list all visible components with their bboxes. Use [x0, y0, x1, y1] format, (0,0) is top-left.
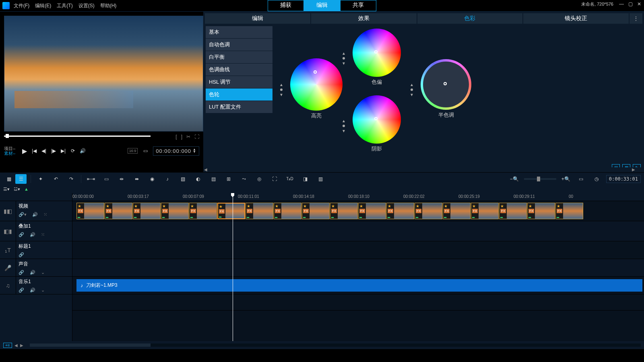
- timeline-tracks[interactable]: 00:00:00:0000:00:03:1700:00:07:0900:00:1…: [72, 193, 644, 341]
- chevron-down-icon[interactable]: ⌄: [41, 270, 45, 275]
- tool-pan-icon[interactable]: ▧: [177, 174, 188, 184]
- chevron-down-icon[interactable]: ⌄: [41, 288, 45, 293]
- tool-subtitle-icon[interactable]: ▥: [315, 174, 326, 184]
- color-category-curve[interactable]: 色调曲线: [206, 64, 272, 76]
- video-clip[interactable]: ★FX▂: [105, 203, 132, 219]
- menu-help[interactable]: 帮助(H): [100, 2, 117, 9]
- go-start-button[interactable]: |◀: [30, 146, 39, 155]
- video-clip[interactable]: ★FX▂: [415, 203, 442, 219]
- title-track[interactable]: [72, 241, 644, 259]
- tool-trim-icon[interactable]: ⇤⇥: [85, 174, 97, 184]
- video-clip[interactable]: ★FX▂: [527, 203, 555, 219]
- track-header-title[interactable]: ₁T 标题1 🔗: [0, 241, 72, 259]
- tool-crop-icon[interactable]: ▭: [101, 174, 112, 184]
- mark-out-icon[interactable]: ]: [181, 134, 182, 140]
- redo-button[interactable]: ↷: [66, 174, 77, 184]
- play-button[interactable]: ▶: [20, 146, 29, 155]
- mark-in-icon[interactable]: [: [175, 134, 177, 140]
- track-collapse-icon[interactable]: ☳▾: [14, 187, 20, 192]
- preview-timecode[interactable]: 00:00:00:000 ▲▼: [153, 146, 199, 156]
- minimize-button[interactable]: —: [618, 1, 625, 7]
- scroll-left-icon[interactable]: ◀: [14, 343, 18, 348]
- track-header-voice[interactable]: 🎤 声音 🔗🔊⌄: [0, 259, 72, 277]
- panel-menu-icon[interactable]: ⋮: [630, 13, 642, 24]
- video-clip[interactable]: ★FX▂: [443, 203, 471, 219]
- color-category-wb[interactable]: 白平衡: [206, 51, 272, 63]
- color-category-hsl[interactable]: HSL 调节: [206, 76, 272, 88]
- tool-3d-title-icon[interactable]: T₃D: [284, 174, 295, 184]
- fx-dots-icon[interactable]: ⁙: [41, 232, 45, 237]
- video-track[interactable]: ★FX▂★FX▂★FX▂★FX▂★FX▂★FX▂★FX▂★FX▂★FX▂★FX▂…: [72, 201, 644, 221]
- shadow-slider[interactable]: ▲▼: [342, 119, 346, 133]
- track-header-music[interactable]: ♫ 音乐1 🔗🔊⌄: [0, 277, 72, 294]
- panel-hscroll[interactable]: ◀▶: [203, 167, 644, 172]
- option-tab-color[interactable]: 色彩: [417, 13, 523, 24]
- link-icon[interactable]: 🔗▾: [19, 212, 27, 217]
- close-button[interactable]: ✕: [636, 1, 642, 7]
- loop-button[interactable]: ⟳: [68, 146, 77, 155]
- color-category-basic[interactable]: 基本: [206, 26, 272, 38]
- mute-icon[interactable]: 🔊: [30, 232, 35, 237]
- link-icon[interactable]: 🔗: [19, 252, 24, 257]
- tool-grid-icon[interactable]: ⊞: [223, 174, 234, 184]
- track-header-overlay[interactable]: ◧▮ 叠加1 🔗🔊⁙: [0, 221, 72, 241]
- timeline-hscroll[interactable]: [30, 343, 641, 347]
- go-end-button[interactable]: ▶|: [59, 146, 68, 155]
- wheel-shadow[interactable]: 阴影: [353, 95, 401, 152]
- link-icon[interactable]: 🔗: [19, 232, 24, 237]
- option-tab-effect[interactable]: 效果: [311, 13, 417, 24]
- preview-scrubber[interactable]: [ ] ✂ ⛶: [4, 136, 199, 139]
- video-clip[interactable]: ★FX▂: [358, 203, 386, 219]
- tab-capture[interactable]: 捕获: [268, 0, 304, 11]
- mute-icon[interactable]: 🔊: [32, 212, 38, 217]
- timeline-ruler[interactable]: 00:00:00:0000:00:03:1700:00:07:0900:00:1…: [72, 193, 644, 201]
- wheel-halftone[interactable]: 半色调: [421, 59, 471, 119]
- option-tab-lens[interactable]: 镜头校正: [523, 13, 629, 24]
- color-category-auto[interactable]: 自动色调: [206, 39, 272, 51]
- tool-mask-icon[interactable]: ◐: [192, 174, 204, 184]
- color-category-lut[interactable]: LUT 配置文件: [206, 101, 272, 113]
- video-clip[interactable]: ★FX▂: [189, 203, 217, 219]
- menu-file[interactable]: 文件(F): [14, 2, 29, 9]
- tool-ripple-icon[interactable]: ⬌: [131, 174, 142, 184]
- video-clip[interactable]: ★FX▂: [330, 203, 358, 219]
- tool-multicam-icon[interactable]: ◨: [299, 174, 311, 184]
- playhead[interactable]: [233, 193, 233, 341]
- scroll-right-icon[interactable]: ▶: [20, 343, 23, 348]
- add-track-button[interactable]: +≡: [3, 343, 12, 348]
- fx-button[interactable]: ✦: [35, 174, 46, 184]
- undo-button[interactable]: ↶: [50, 174, 62, 184]
- zoom-in-icon[interactable]: +🔍: [560, 174, 572, 184]
- overlay-track[interactable]: [72, 221, 644, 241]
- next-frame-button[interactable]: |▶: [49, 146, 58, 155]
- video-clip[interactable]: ★FX▂: [246, 203, 273, 219]
- tab-share[interactable]: 共享: [340, 0, 376, 11]
- track-list-icon[interactable]: ☰▾: [3, 187, 10, 192]
- halftone-slider[interactable]: ▲▼: [410, 82, 414, 97]
- music-track[interactable]: ♪ 刀剑若~1.MP3: [72, 277, 644, 294]
- resize-icon[interactable]: ▭: [141, 146, 150, 155]
- mode-material[interactable]: 素材–: [4, 151, 18, 156]
- tool-track-motion-icon[interactable]: ◎: [254, 174, 265, 184]
- storyboard-view-button[interactable]: ▦: [3, 174, 14, 184]
- video-clip[interactable]: ★FX▂: [555, 203, 583, 219]
- wheel-highlight[interactable]: 高亮: [290, 58, 343, 119]
- video-clip[interactable]: ★FX▂: [302, 203, 330, 219]
- cut-icon[interactable]: ✂: [186, 134, 190, 140]
- mode-project[interactable]: 项目–: [4, 146, 18, 151]
- tool-color-icon[interactable]: ◉: [147, 174, 158, 184]
- aspect-display[interactable]: 16:9: [128, 148, 138, 154]
- option-tab-edit[interactable]: 编辑: [205, 13, 310, 24]
- video-clip[interactable]: ★FX▂: [133, 203, 161, 219]
- mute-icon[interactable]: 🔊: [30, 270, 35, 275]
- fx-dots-icon[interactable]: ⁙: [43, 212, 47, 217]
- color-category-wheel[interactable]: 色轮: [206, 88, 272, 101]
- video-clip[interactable]: ★FX▂: [161, 203, 189, 219]
- timeline-view-button[interactable]: ☰: [15, 174, 27, 184]
- zoom-out-icon[interactable]: −🔍: [509, 174, 520, 184]
- video-clip[interactable]: ★FX▂: [386, 203, 414, 219]
- tool-audio-icon[interactable]: ♪: [162, 174, 173, 184]
- tool-stabilize-icon[interactable]: ⛶: [269, 174, 280, 184]
- video-clip[interactable]: ★FX▂: [76, 203, 104, 219]
- link-icon[interactable]: 🔗: [19, 270, 24, 275]
